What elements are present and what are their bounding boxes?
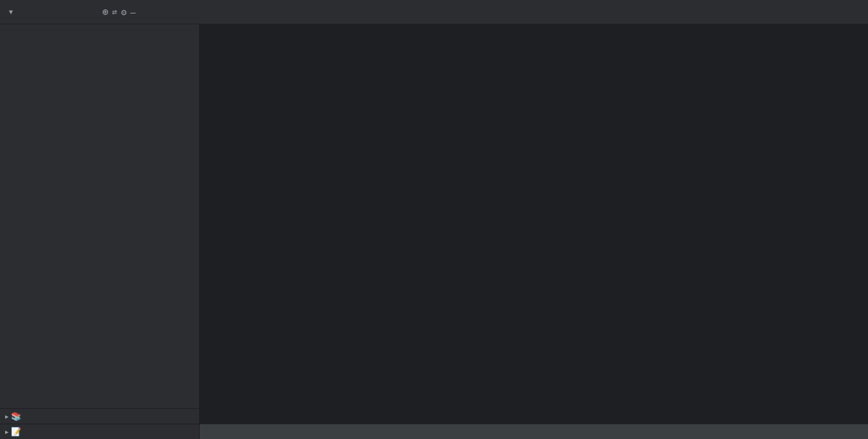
add-icon[interactable]: ⊕ — [102, 6, 109, 18]
title-bar: ▼ ⊕ ⇄ ⚙ — — [0, 0, 868, 24]
code-container[interactable] — [200, 24, 868, 424]
minimize-icon[interactable]: — — [131, 7, 136, 17]
bottom-bar — [200, 424, 868, 439]
line-numbers — [200, 24, 225, 424]
settings-icon[interactable]: ⚙ — [121, 7, 126, 17]
code-content[interactable] — [238, 24, 868, 424]
split-icon[interactable]: ⇄ — [112, 7, 117, 17]
dropdown-arrow-icon[interactable]: ▼ — [9, 8, 13, 15]
gutter — [225, 24, 238, 424]
scratches-item[interactable]: ▶ 📝 — [0, 424, 199, 439]
sidebar: ▶ 📚 ▶ 📝 — [0, 24, 200, 439]
editor-area — [200, 24, 868, 439]
main-layout: ▶ 📚 ▶ 📝 — [0, 24, 868, 439]
editor-tabs — [141, 0, 868, 24]
title-bar-left: ▼ ⊕ ⇄ ⚙ — — [0, 6, 141, 18]
external-libraries-item[interactable]: ▶ 📚 — [0, 408, 199, 424]
project-tree[interactable] — [0, 24, 199, 408]
